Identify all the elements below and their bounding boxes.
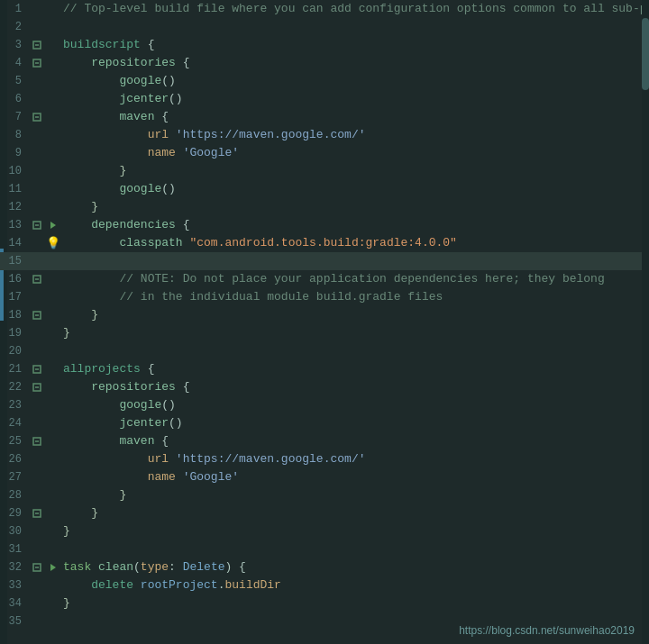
code-content: [61, 540, 642, 558]
code-content: dependencies {: [61, 216, 642, 234]
code-content: // NOTE: Do not place your application d…: [61, 270, 642, 288]
vertical-scrollbar[interactable]: [642, 0, 649, 644]
line-number: 21: [0, 363, 29, 376]
svg-marker-8: [50, 222, 56, 229]
code-content: }: [61, 522, 642, 540]
table-row: 15: [0, 252, 649, 270]
arrow-icon[interactable]: [45, 220, 61, 231]
code-content: url 'https://maven.google.com/': [61, 126, 642, 144]
line-number: 12: [0, 201, 29, 213]
table-row: 31: [0, 540, 649, 558]
code-content: maven {: [61, 432, 642, 450]
code-content: jcenter(): [61, 90, 642, 108]
table-row: 23 google(): [0, 396, 649, 414]
line-number: 22: [0, 381, 29, 394]
table-row: 14💡 classpath "com.android.tools.build:g…: [0, 234, 649, 252]
fold-gutter[interactable]: [29, 41, 45, 50]
fold-gutter[interactable]: [29, 383, 45, 392]
bulb-icon[interactable]: 💡: [45, 236, 61, 250]
line-number: 25: [0, 435, 29, 448]
code-content: }: [61, 594, 642, 612]
code-editor: 1// Top-level build file where you can a…: [0, 0, 649, 644]
line-number: 30: [0, 525, 29, 538]
line-number: 16: [0, 273, 29, 286]
line-number: 31: [0, 543, 29, 556]
line-number: 23: [0, 399, 29, 412]
line-number: 7: [0, 111, 29, 123]
table-row: 7 maven {: [0, 108, 649, 126]
code-content: repositories {: [61, 54, 642, 72]
fold-gutter[interactable]: [29, 509, 45, 518]
line-number: 15: [0, 255, 29, 268]
table-row: 22 repositories {: [0, 378, 649, 396]
table-row: 26 url 'https://maven.google.com/': [0, 450, 649, 468]
table-row: 5 google(): [0, 72, 649, 90]
fold-gutter[interactable]: [29, 563, 45, 572]
table-row: 10 }: [0, 162, 649, 180]
line-number: 34: [0, 597, 29, 610]
code-content: url 'https://maven.google.com/': [61, 450, 642, 468]
code-content: jcenter(): [61, 414, 642, 432]
line-number: 2: [0, 21, 29, 33]
table-row: 6 jcenter(): [0, 90, 649, 108]
table-row: 32task clean(type: Delete) {: [0, 558, 649, 576]
code-content: }: [61, 306, 642, 324]
line-number: 35: [0, 615, 29, 628]
code-content: // Top-level build file where you can ad…: [61, 0, 649, 18]
fold-gutter[interactable]: [29, 437, 45, 446]
line-number: 26: [0, 453, 29, 466]
line-number: 32: [0, 561, 29, 574]
fold-gutter[interactable]: [29, 113, 45, 122]
line-number: 13: [0, 219, 29, 231]
line-number: 8: [0, 129, 29, 141]
table-row: 18 }: [0, 306, 649, 324]
line-number: 29: [0, 507, 29, 520]
code-content: google(): [61, 180, 642, 198]
table-row: 13 dependencies {: [0, 216, 649, 234]
line-number: 33: [0, 579, 29, 592]
line-number: 27: [0, 471, 29, 484]
fold-gutter[interactable]: [29, 275, 45, 284]
table-row: 8 url 'https://maven.google.com/': [0, 126, 649, 144]
watermark: https://blog.csdn.net/sunweihao2019: [459, 624, 635, 637]
table-row: 11 google(): [0, 180, 649, 198]
code-content: }: [61, 486, 642, 504]
table-row: 2: [0, 18, 649, 36]
fold-gutter[interactable]: [29, 311, 45, 320]
code-content: // in the individual module build.gradle…: [61, 288, 642, 306]
code-content: delete rootProject.buildDir: [61, 576, 642, 594]
code-content: buildscript {: [61, 36, 642, 54]
code-content: google(): [61, 72, 642, 90]
line-number: 9: [0, 147, 29, 159]
line-number: 10: [0, 165, 29, 177]
table-row: 25 maven {: [0, 432, 649, 450]
code-content: task clean(type: Delete) {: [61, 558, 642, 576]
line-number: 24: [0, 417, 29, 430]
code-content: }: [61, 324, 642, 342]
table-row: 12 }: [0, 198, 649, 216]
arrow-icon[interactable]: [45, 562, 61, 573]
fold-gutter[interactable]: [29, 365, 45, 374]
svg-marker-23: [50, 564, 56, 571]
code-content: }: [61, 504, 642, 522]
table-row: 1// Top-level build file where you can a…: [0, 0, 649, 18]
code-content: [61, 252, 642, 270]
table-row: 24 jcenter(): [0, 414, 649, 432]
code-content: name 'Google': [61, 144, 642, 162]
line-number: 19: [0, 327, 29, 340]
table-row: 16 // NOTE: Do not place your applicatio…: [0, 270, 649, 288]
table-row: 21allprojects {: [0, 360, 649, 378]
fold-gutter[interactable]: [29, 221, 45, 230]
scrollbar-thumb[interactable]: [642, 18, 649, 90]
line-number: 4: [0, 57, 29, 69]
code-content: google(): [61, 396, 642, 414]
table-row: 30}: [0, 522, 649, 540]
table-row: 9 name 'Google': [0, 144, 649, 162]
code-content: }: [61, 162, 642, 180]
code-content: allprojects {: [61, 360, 642, 378]
line-number: 28: [0, 489, 29, 502]
fold-gutter[interactable]: [29, 59, 45, 68]
code-content: repositories {: [61, 378, 642, 396]
line-number: 14: [0, 237, 29, 249]
code-area[interactable]: 1// Top-level build file where you can a…: [0, 0, 649, 644]
